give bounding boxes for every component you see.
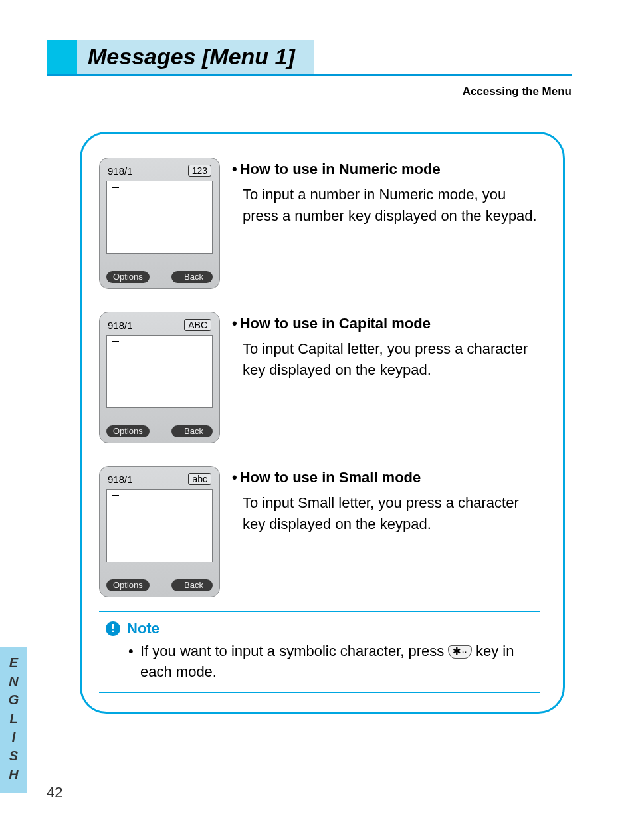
char-counter: 918/1	[108, 165, 133, 177]
star-key-icon: ✱··	[448, 645, 471, 659]
mode-body: To input Small letter, you press a chara…	[232, 492, 540, 535]
phone-header: 918/1 abc	[106, 473, 213, 488]
input-mode-badge: ABC	[184, 319, 211, 331]
softkey-bar: Options Back	[106, 425, 213, 437]
softkey-options: Options	[106, 579, 150, 591]
language-side-tab: ENGLISH	[0, 647, 27, 793]
input-mode-badge: abc	[188, 473, 211, 485]
language-label: ENGLISH	[6, 655, 21, 786]
input-mode-badge: 123	[188, 165, 211, 177]
softkey-back: Back	[171, 425, 213, 437]
mode-row-capital: 918/1 ABC Options Back •How to use in Ca…	[99, 312, 540, 443]
phone-text-area	[106, 181, 213, 254]
note-box: ! Note If you want to input a symbolic c…	[99, 611, 540, 693]
phone-mock-numeric: 918/1 123 Options Back	[99, 158, 220, 289]
section-subtitle: Accessing the Menu	[47, 85, 572, 98]
softkey-bar: Options Back	[106, 271, 213, 283]
mode-description-small: •How to use in Small mode To input Small…	[232, 466, 540, 535]
text-cursor	[112, 495, 119, 496]
char-counter: 918/1	[108, 474, 133, 485]
title-bar: Messages [Menu 1]	[47, 40, 572, 76]
phone-mock-small: 918/1 abc Options Back	[99, 466, 220, 597]
note-text-a: If you want to input a symbolic characte…	[140, 643, 448, 659]
mode-description-capital: •How to use in Capital mode To input Cap…	[232, 312, 540, 381]
phone-header: 918/1 123	[106, 165, 213, 179]
softkey-options: Options	[106, 425, 150, 437]
mode-row-numeric: 918/1 123 Options Back •How to use in Nu…	[99, 158, 540, 289]
note-header: ! Note	[106, 620, 534, 637]
note-body: If you want to input a symbolic characte…	[106, 641, 534, 682]
mode-row-small: 918/1 abc Options Back •How to use in Sm…	[99, 466, 540, 597]
softkey-back: Back	[171, 579, 213, 591]
page-title: Messages [Menu 1]	[88, 44, 295, 69]
phone-mock-capital: 918/1 ABC Options Back	[99, 312, 220, 443]
content-frame: 918/1 123 Options Back •How to use in Nu…	[80, 132, 565, 714]
mode-heading: How to use in Small mode	[240, 469, 421, 486]
mode-heading: How to use in Numeric mode	[240, 161, 441, 177]
info-icon: !	[106, 621, 120, 636]
note-title: Note	[127, 620, 159, 637]
softkey-back: Back	[171, 271, 213, 283]
mode-body: To input Capital letter, you press a cha…	[232, 338, 540, 381]
softkey-bar: Options Back	[106, 579, 213, 591]
mode-body: To input a number in Numeric mode, you p…	[232, 184, 540, 227]
text-cursor	[112, 341, 119, 342]
phone-text-area	[106, 489, 213, 562]
char-counter: 918/1	[108, 320, 133, 331]
softkey-options: Options	[106, 271, 150, 283]
title-accent-block	[47, 40, 77, 74]
title-background: Messages [Menu 1]	[77, 40, 314, 74]
mode-description-numeric: •How to use in Numeric mode To input a n…	[232, 158, 540, 227]
page-number: 42	[47, 784, 62, 801]
mode-heading: How to use in Capital mode	[240, 315, 431, 332]
phone-header: 918/1 ABC	[106, 319, 213, 334]
text-cursor	[112, 187, 119, 188]
phone-text-area	[106, 335, 213, 408]
